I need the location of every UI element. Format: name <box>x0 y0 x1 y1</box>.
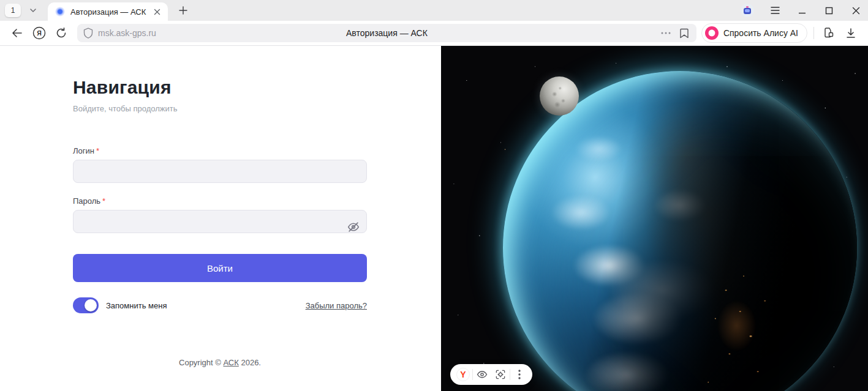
page-content: Навигация Войдите, чтобы продолжить Логи… <box>0 46 868 391</box>
reload-icon[interactable] <box>53 24 70 42</box>
chevron-down-icon[interactable] <box>26 3 40 18</box>
downloads-icon[interactable] <box>842 24 859 42</box>
open-in-yandex-button[interactable]: Y <box>454 365 472 384</box>
site-favicon <box>55 7 65 17</box>
back-icon[interactable] <box>9 24 26 42</box>
password-label-text: Пароль <box>73 196 100 206</box>
minimize-icon[interactable] <box>796 4 808 17</box>
tab-strip: 1 Авторизация — АСК <box>0 0 868 21</box>
page-title: Авторизация — АСК <box>77 28 696 38</box>
login-input[interactable] <box>73 160 367 183</box>
new-tab-button[interactable] <box>175 2 191 18</box>
moon <box>540 76 579 116</box>
tab-close-icon[interactable] <box>151 6 163 18</box>
browser-window: 1 Авторизация — АСК <box>0 0 868 391</box>
alice-assistant-icon[interactable] <box>741 4 754 17</box>
toggle-password-visibility-icon[interactable] <box>346 220 361 234</box>
copyright: Copyright © АСК 2026. <box>73 358 367 367</box>
yandex-y-icon: Y <box>456 368 470 381</box>
maximize-icon[interactable] <box>823 4 835 17</box>
bookmark-icon[interactable] <box>678 27 690 39</box>
copyright-prefix: Copyright © <box>179 358 223 367</box>
yandex-letter: Я <box>37 29 42 37</box>
copyright-suffix: 2026. <box>239 358 261 367</box>
login-panel: Навигация Войдите, чтобы продолжить Логи… <box>0 46 441 391</box>
required-asterisk: * <box>96 146 99 155</box>
remember-me-toggle[interactable] <box>73 297 99 313</box>
reader-eye-icon[interactable] <box>473 365 491 384</box>
login-label: Логин* <box>73 146 367 155</box>
ask-alice-button[interactable]: Спросить Алису AI <box>701 23 807 43</box>
remember-me-label: Запомнить меня <box>106 301 167 310</box>
toggle-knob <box>85 299 97 311</box>
kebab-menu-icon[interactable] <box>510 365 529 384</box>
tab-counter[interactable]: 1 <box>5 4 21 17</box>
menu-icon[interactable] <box>769 4 781 17</box>
address-bar[interactable]: msk.ask-gps.ru Авторизация — АСК <box>77 24 696 42</box>
page-heading: Навигация <box>73 77 367 98</box>
navigation-bar: Я msk.ask-gps.ru Авторизация — АСК <box>0 21 868 46</box>
password-label: Пароль* <box>73 196 367 206</box>
close-window-icon[interactable] <box>850 4 862 17</box>
ask-alice-label: Спросить Алису AI <box>723 28 798 38</box>
alice-logo-icon <box>705 26 719 40</box>
extensions-more-icon[interactable] <box>660 27 672 39</box>
page-tools-panel: Y <box>450 364 532 385</box>
copyright-link[interactable]: АСК <box>223 358 238 367</box>
site-settings-gear-icon[interactable] <box>491 365 510 384</box>
alice-orb <box>741 4 754 17</box>
collections-icon[interactable] <box>820 24 837 42</box>
toolbar-divider <box>813 27 814 39</box>
url-text[interactable]: msk.ask-gps.ru <box>98 28 156 38</box>
forgot-password-link[interactable]: Забыли пароль? <box>306 301 367 310</box>
page-subtitle: Войдите, чтобы продолжить <box>73 104 367 113</box>
window-controls <box>741 4 868 17</box>
sign-in-button[interactable]: Войти <box>73 254 367 282</box>
shield-icon[interactable] <box>83 28 93 39</box>
tab-active[interactable]: Авторизация — АСК <box>48 2 168 21</box>
password-input[interactable] <box>73 210 367 233</box>
hero-earth-image: Y <box>441 46 868 391</box>
remember-me-row: Запомнить меня Забыли пароль? <box>73 297 367 313</box>
yandex-home-icon[interactable]: Я <box>31 24 48 42</box>
required-asterisk: * <box>102 196 105 206</box>
tab-title: Авторизация — АСК <box>70 7 151 17</box>
login-label-text: Логин <box>73 146 94 155</box>
